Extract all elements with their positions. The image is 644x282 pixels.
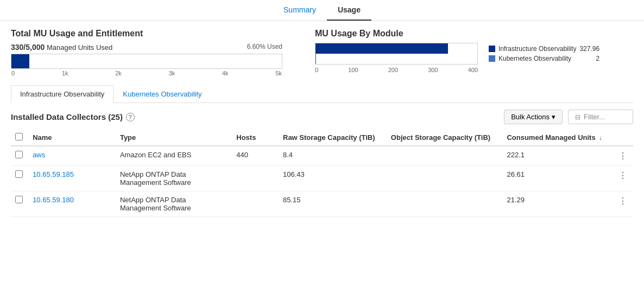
select-all-header[interactable] [11, 130, 28, 146]
three-dots-icon[interactable]: ⋮ [618, 151, 628, 161]
mu-module-inner: 0 100 200 300 400 Infrastructure Observa… [315, 43, 633, 73]
row-type: NetApp ONTAP Data Management Software [116, 191, 232, 217]
row-checkbox-cell[interactable] [11, 191, 28, 217]
usage-fraction: 330/5,000 [11, 43, 45, 52]
mu-by-module-chart: MU Usage By Module 0 100 200 300 400 [315, 29, 633, 76]
col-hosts: Hosts [232, 130, 279, 146]
row-name-link[interactable]: aws [33, 151, 45, 159]
row-name[interactable]: aws [28, 146, 116, 166]
tab-usage[interactable]: Usage [327, 0, 371, 21]
table-title: Installed Data Collectors (25) [11, 112, 123, 121]
row-hosts [232, 166, 279, 191]
legend-label-infra: Infrastructure Observability [498, 45, 576, 53]
sort-desc-icon: ↓ [599, 134, 602, 141]
main-tabs: Summary Usage [0, 0, 644, 21]
row-consumed: 26.61 [502, 166, 614, 191]
three-dots-icon[interactable]: ⋮ [618, 171, 628, 180]
filter-placeholder: Filter... [584, 113, 605, 121]
table-header-row: Name Type Hosts Raw Storage Capacity (Ti… [11, 130, 633, 146]
row-checkbox[interactable] [15, 196, 23, 203]
row-checkbox[interactable] [15, 151, 23, 158]
table-controls: Bulk Actions ▾ ⊟ Filter... [504, 110, 633, 124]
total-mu-bar [11, 54, 282, 69]
bulk-actions-button[interactable]: Bulk Actions ▾ [504, 110, 563, 124]
legend-value-k8s: 2 [596, 55, 599, 62]
col-name: Name [28, 130, 116, 146]
mu-by-module-title: MU Usage By Module [315, 29, 633, 39]
filter-icon: ⊟ [575, 113, 580, 121]
row-type: NetApp ONTAP Data Management Software [116, 166, 232, 191]
sub-tab-k8s[interactable]: Kubernetes Observability [113, 85, 211, 102]
table-title-container: Installed Data Collectors (25) ? [11, 112, 135, 121]
total-mu-ticks: 0 1k 2k 3k 4k 5k [11, 70, 282, 76]
help-icon[interactable]: ? [126, 113, 135, 121]
table-row: 10.65.59.180 NetApp ONTAP Data Managemen… [11, 191, 633, 217]
three-dots-icon[interactable]: ⋮ [618, 196, 628, 206]
col-consumed-label: Consumed Managed Units [507, 133, 595, 142]
table-row: 10.65.59.185 NetApp ONTAP Data Managemen… [11, 166, 633, 191]
total-mu-title: Total MU Usage and Entitlement [11, 29, 282, 39]
mu-legend: Infrastructure Observability 327.96 Kube… [489, 43, 599, 73]
row-hosts [232, 191, 279, 217]
mu-bar-k8s [315, 54, 316, 64]
legend-item-k8s: Kubernetes Observability 2 [489, 55, 599, 62]
row-raw-storage: 106.43 [279, 166, 387, 191]
sub-tabs: Infrastructure Observability Kubernetes … [11, 85, 633, 103]
row-actions-menu[interactable]: ⋮ [614, 191, 633, 217]
row-name-link[interactable]: 10.65.59.180 [33, 196, 74, 204]
col-consumed[interactable]: Consumed Managed Units ↓ [502, 130, 614, 146]
legend-value-infra: 327.96 [579, 45, 599, 53]
usage-label: 330/5,000 Managed Units Used 6.60% Used [11, 43, 282, 52]
row-actions-menu[interactable]: ⋮ [614, 146, 633, 166]
table-row: aws Amazon EC2 and EBS 440 8.4 222.1 ⋮ [11, 146, 633, 166]
mu-ticks: 0 100 200 300 400 [315, 67, 478, 73]
legend-color-infra [489, 46, 495, 52]
bulk-actions-chevron-icon: ▾ [552, 113, 555, 121]
row-name[interactable]: 10.65.59.180 [28, 191, 116, 217]
row-type: Amazon EC2 and EBS [116, 146, 232, 166]
col-actions [614, 130, 633, 146]
total-mu-bar-fill [11, 54, 29, 68]
row-consumed: 222.1 [502, 146, 614, 166]
mu-module-bars: 0 100 200 300 400 [315, 43, 478, 73]
row-object-storage [387, 191, 503, 217]
table-header: Installed Data Collectors (25) ? Bulk Ac… [11, 110, 633, 124]
row-actions-menu[interactable]: ⋮ [614, 166, 633, 191]
row-object-storage [387, 146, 503, 166]
total-mu-chart: Total MU Usage and Entitlement 330/5,000… [11, 29, 282, 76]
col-object-storage: Object Storage Capacity (TiB) [387, 130, 503, 146]
row-hosts: 440 [232, 146, 279, 166]
mu-bar-container [315, 43, 478, 65]
charts-row: Total MU Usage and Entitlement 330/5,000… [11, 29, 633, 76]
row-raw-storage: 85.15 [279, 191, 387, 217]
row-checkbox-cell[interactable] [11, 166, 28, 191]
col-raw-storage: Raw Storage Capacity (TiB) [279, 130, 387, 146]
row-object-storage [387, 166, 503, 191]
select-all-checkbox[interactable] [15, 133, 23, 140]
row-name[interactable]: 10.65.59.185 [28, 166, 116, 191]
legend-color-k8s [489, 55, 495, 62]
usage-suffix: Managed Units Used [45, 43, 112, 52]
legend-label-k8s: Kubernetes Observability [498, 55, 592, 62]
row-raw-storage: 8.4 [279, 146, 387, 166]
data-table: Name Type Hosts Raw Storage Capacity (Ti… [11, 130, 633, 217]
row-checkbox[interactable] [15, 170, 23, 178]
used-pct: 6.60% Used [247, 43, 282, 50]
tab-summary[interactable]: Summary [273, 0, 327, 21]
row-checkbox-cell[interactable] [11, 146, 28, 166]
filter-input[interactable]: ⊟ Filter... [568, 110, 633, 124]
main-content: Total MU Usage and Entitlement 330/5,000… [0, 21, 644, 217]
legend-item-infra: Infrastructure Observability 327.96 [489, 45, 599, 53]
col-type: Type [116, 130, 232, 146]
row-consumed: 21.29 [502, 191, 614, 217]
sub-tab-infra[interactable]: Infrastructure Observability [11, 85, 113, 103]
bulk-actions-label: Bulk Actions [511, 113, 550, 121]
table-wrapper: Name Type Hosts Raw Storage Capacity (Ti… [11, 130, 633, 217]
row-name-link[interactable]: 10.65.59.185 [33, 170, 74, 178]
mu-bar-infra [315, 43, 448, 54]
